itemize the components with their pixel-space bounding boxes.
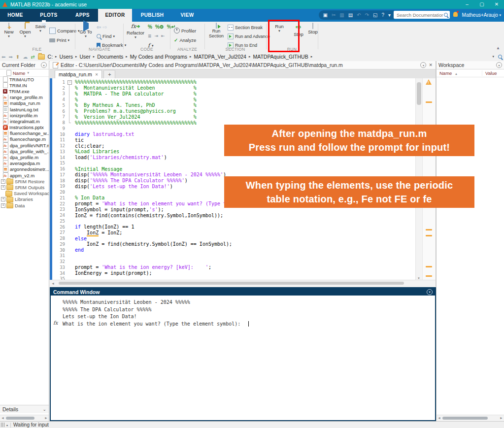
file-row[interactable]: integralmatt.m [0, 118, 49, 124]
breadcrumb-segment[interactable]: My Codes and Programs [130, 54, 188, 60]
warning-marker[interactable] [426, 266, 432, 267]
file-row[interactable]: TRIM.exe [0, 88, 49, 94]
uncomment-icon[interactable]: %⚙ [155, 24, 164, 30]
paste-icon[interactable]: ▤ [348, 10, 353, 20]
horizontal-scrollbar[interactable]: ◄ ► [437, 415, 504, 422]
file-row[interactable]: dpa_profileVNRT.m [0, 142, 49, 148]
close-tab-icon[interactable]: ✕ [95, 72, 99, 77]
comment-icon[interactable]: % [148, 24, 152, 30]
file-row[interactable]: dpa_profile_with_... [0, 148, 49, 154]
file-row[interactable]: ionizprofile.m [0, 112, 49, 118]
scrollbar-thumb[interactable] [6, 417, 34, 420]
scroll-left-icon[interactable]: ◄ [437, 416, 441, 420]
breadcrumb-segment[interactable]: Documents [97, 54, 124, 60]
section-break-button[interactable]: Section Break [228, 25, 263, 31]
tab-matdpa-run[interactable]: matdpa_run.m ✕ [55, 70, 102, 78]
back-arrow-icon[interactable]: ⬅ [1, 54, 5, 60]
tab-publish[interactable]: PUBLISH [132, 9, 172, 22]
scroll-left-icon[interactable]: ◄ [1, 416, 4, 420]
browse-folder-icon[interactable]: ⇄ [31, 54, 34, 60]
file-row[interactable]: range_profile.m [0, 95, 49, 100]
folder-up-icon[interactable]: ⬆ [16, 54, 20, 60]
scroll-right-icon[interactable]: ► [500, 416, 503, 420]
tab-apps[interactable]: APPS [67, 9, 98, 22]
warning-marker[interactable] [426, 229, 432, 230]
name-column-header[interactable]: Name ▼ [0, 69, 49, 77]
code-line[interactable]: 33prompt = 'What is the ion energy? [keV… [52, 264, 416, 270]
panel-menu-icon[interactable] [420, 62, 426, 68]
horizontal-scrollbar[interactable]: ◄ [50, 280, 436, 287]
close-editor-icon[interactable]: ✕ [429, 63, 433, 67]
user-menu[interactable]: Matheus+Araujo ▾ [462, 9, 501, 22]
folder-row[interactable]: +SRIM Restore [0, 178, 49, 184]
code-line[interactable]: 16%Initial Message [52, 166, 416, 172]
print-button[interactable]: Print ▾ [49, 37, 69, 43]
code-line[interactable]: 27 IonZ = IonZ; [52, 230, 416, 236]
code-line[interactable]: 24IonZ = find(contains(chemistry.Symbol,… [52, 212, 416, 218]
help-icon[interactable]: ? [381, 10, 384, 20]
cut-icon[interactable]: ✂ [332, 10, 336, 20]
code-line[interactable]: 1%%%%%%%%%%%%%%%%%%%%%%%%%%%%%%%%%%%%%%%… [52, 79, 416, 85]
file-row[interactable]: TRIMAUTO [0, 76, 49, 82]
workspace-value-column[interactable]: Value [482, 70, 497, 76]
breadcrumb-segment[interactable]: MATDPA_Ver_Jul2024 [193, 54, 246, 60]
find-button[interactable]: Find ▾ [97, 33, 115, 39]
warning-marker[interactable] [426, 235, 432, 236]
file-row[interactable]: averagedpa.m [0, 161, 49, 166]
folder-row[interactable]: +Libraries [0, 197, 49, 202]
expander-icon[interactable]: + [1, 203, 5, 208]
panel-menu-icon[interactable] [427, 289, 433, 295]
indent-right-icon[interactable]: ⇥ [155, 33, 159, 38]
workspace-name-column[interactable]: Name ▲ [437, 70, 482, 76]
tab-home[interactable]: HOME [0, 9, 31, 22]
chevron-up-icon[interactable]: ▴ [6, 423, 8, 427]
indent-left-icon[interactable]: ⇤ [161, 33, 165, 38]
goto-button[interactable]: Go To ▼ [78, 23, 94, 38]
file-row[interactable]: TRIM.IN [0, 82, 49, 88]
new-window-icon[interactable]: ◱ [373, 10, 377, 20]
code-line[interactable]: 6% Problems? m.a.tunes@physics.org % [52, 108, 416, 114]
code-line[interactable]: 3% MATDPA - The DPA calculator % [52, 91, 416, 97]
new-tab-button[interactable]: + [103, 70, 115, 78]
navigate-back-forward[interactable]: ⇦ ⇨ [97, 24, 107, 31]
tab-plots[interactable]: PLOTS [31, 9, 67, 22]
scrollbar-thumb[interactable] [442, 417, 488, 420]
run-and-advance-button[interactable]: Run and Advance [228, 33, 270, 39]
warning-icon[interactable] [426, 79, 432, 85]
open-button[interactable]: Open ▼ [18, 23, 33, 38]
code-line[interactable]: 4% % [52, 97, 416, 102]
qat-options-icon[interactable]: ▾ [388, 10, 391, 20]
folder-row[interactable]: +Data [0, 202, 49, 208]
warning-marker[interactable] [426, 101, 432, 103]
forward-arrow-icon[interactable]: ⇨ [102, 24, 107, 31]
file-row[interactable]: fluencechange_w... [0, 131, 49, 136]
chevron-down-icon[interactable]: ▾ [492, 55, 494, 59]
scroll-left-icon[interactable]: ◄ [51, 282, 55, 285]
cloud-icon[interactable]: ☁ [23, 54, 28, 60]
code-line[interactable]: 30end [52, 247, 416, 253]
expander-icon[interactable]: + [1, 185, 5, 190]
warning-marker[interactable] [426, 275, 432, 277]
folder-row[interactable]: Saved Workspaces [0, 191, 49, 197]
scroll-right-icon[interactable]: ► [44, 416, 48, 420]
forward-arrow-icon[interactable]: ➡ [8, 54, 12, 60]
save-icon[interactable]: ▣ [323, 10, 327, 20]
profiler-button[interactable]: Profiler [174, 28, 196, 33]
tab-editor[interactable]: EDITOR [98, 9, 132, 22]
code-line[interactable]: 7% Version Ver_Jul2024 % [52, 114, 416, 120]
code-line[interactable]: 32 [52, 259, 416, 264]
code-line[interactable]: 28else [52, 235, 416, 241]
command-window-body[interactable]: fx %%%%% Montanuniversität Leoben - 2024… [51, 296, 435, 328]
collapse-ribbon-icon[interactable]: ▲ [496, 46, 500, 50]
tab-view[interactable]: VIEW [172, 9, 202, 22]
smart-indent-icon[interactable]: ≣ [148, 33, 152, 38]
scrollbar-thumb[interactable] [59, 282, 404, 285]
refactor-button[interactable]: fx➔ Refactor ▼ [126, 23, 145, 39]
expander-icon[interactable]: + [1, 197, 5, 201]
file-row[interactable]: appm_v2.m [0, 172, 49, 178]
copy-icon[interactable]: ▥ [339, 10, 344, 20]
file-row[interactable]: argonnedosimetr... [0, 166, 49, 172]
breadcrumb-segment[interactable]: Users [59, 54, 73, 60]
analyze-button[interactable]: ✓ Analyze [174, 37, 196, 43]
code-line[interactable]: 2% Montanuniversität Leoben % [52, 85, 416, 91]
